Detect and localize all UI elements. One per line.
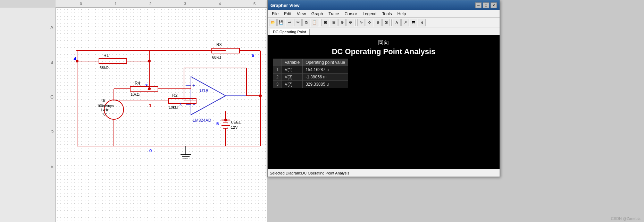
ruler-row-c: C (50, 94, 53, 100)
svg-text:12V: 12V (231, 125, 238, 129)
svg-text:10kΩ: 10kΩ (131, 92, 140, 96)
svg-point-77 (148, 87, 151, 90)
toolbar-separator-3 (391, 19, 392, 26)
watermark: CSDN @Zanebla (611, 216, 641, 221)
tb-undo[interactable]: ↩ (286, 19, 293, 26)
toolbar-separator-2 (356, 19, 356, 26)
window-title: Grapher View (270, 3, 300, 8)
ruler-col-0: 0 (80, 2, 82, 6)
svg-text:0: 0 (149, 148, 152, 153)
col-header-value: Operating point value (303, 59, 348, 66)
menu-view[interactable]: View (294, 11, 309, 17)
ruler-row-d: D (50, 129, 53, 134)
toolbar: 📂 💾 ↩ ✂ ⧉ 📋 ⊞ ⊟ ⊕ ⊖ ∿ ⊹ ⊕ ⊠ A ↗ ⬒ 🖨 (268, 18, 500, 27)
tab-bar: DC Operating Point (268, 27, 500, 35)
tb-print[interactable]: 🖨 (418, 19, 426, 26)
chart-title: DC Operating Point Analysis (268, 47, 500, 56)
window-titlebar: Grapher View ─ □ ✕ (268, 0, 500, 10)
ruler-top: 0 1 2 3 4 5 (56, 0, 267, 8)
row2-value: -1.38056 m (303, 74, 348, 81)
tb-open[interactable]: 📂 (269, 19, 277, 26)
svg-text:R2: R2 (172, 93, 178, 98)
row3-value: 329.33885 u (303, 81, 348, 88)
minimize-button[interactable]: ─ (475, 2, 482, 8)
ruler-col-4: 4 (219, 2, 221, 6)
svg-text:1: 1 (149, 103, 151, 108)
tb-copy[interactable]: ⧉ (302, 19, 310, 26)
tab-dc-operating-point[interactable]: DC Operating Point (269, 29, 310, 35)
menu-bar: File Edit View Graph Trace Cursor Legend… (268, 10, 500, 18)
tb-save[interactable]: 💾 (277, 19, 285, 26)
table-row: 1 V(1) 154.16287 u (273, 66, 348, 74)
tb-grid2[interactable]: ⊟ (330, 19, 337, 26)
tb-arrow[interactable]: ↗ (401, 19, 409, 26)
svg-rect-6 (99, 59, 127, 63)
table-row: 3 V(7) 329.33885 u (273, 81, 348, 88)
svg-text:−: − (192, 102, 195, 107)
ruler-col-2: 2 (149, 2, 151, 6)
svg-point-78 (259, 94, 262, 97)
tb-grid[interactable]: ⊞ (321, 19, 329, 26)
menu-graph[interactable]: Graph (309, 11, 326, 17)
chart-area: 同向 DC Operating Point Analysis Variable … (268, 35, 500, 169)
svg-text:6: 6 (252, 53, 254, 58)
ruler-row-e: E (50, 164, 53, 169)
svg-text:3: 3 (179, 103, 182, 107)
svg-text:U1A: U1A (200, 88, 209, 93)
maximize-button[interactable]: □ (483, 2, 489, 8)
svg-point-76 (148, 60, 151, 62)
svg-text:R1: R1 (103, 53, 109, 58)
tb-cursor[interactable]: ⊹ (366, 19, 373, 26)
svg-rect-21 (130, 86, 158, 91)
tb-cut[interactable]: ✂ (294, 19, 302, 26)
row2-index: 2 (273, 74, 282, 81)
svg-point-79 (224, 119, 227, 121)
row1-value: 154.16287 u (303, 66, 348, 74)
tb-zoom-out[interactable]: ⊖ (346, 19, 354, 26)
tb-zoom-fit[interactable]: ⊠ (382, 19, 390, 26)
schematic-canvas: 4 0 R1 68kΩ R3 68kΩ (56, 8, 267, 222)
menu-trace[interactable]: Trace (326, 11, 342, 17)
ruler-col-1: 1 (115, 2, 117, 6)
menu-cursor[interactable]: Cursor (342, 11, 360, 17)
tb-paste[interactable]: 📋 (311, 19, 318, 26)
svg-text:68kΩ: 68kΩ (100, 66, 109, 70)
menu-legend[interactable]: Legend (360, 11, 379, 17)
toolbar-separator-1 (320, 19, 320, 26)
tb-measure[interactable]: ∿ (357, 19, 365, 26)
menu-edit[interactable]: Edit (281, 11, 294, 17)
chart-chinese-header: 同向 (268, 39, 500, 46)
svg-marker-43 (191, 77, 226, 115)
col-header-index (273, 59, 282, 66)
ruler-col-5: 5 (253, 2, 256, 6)
row1-variable: V(1) (282, 66, 303, 74)
svg-text:68kΩ: 68kΩ (212, 55, 221, 59)
svg-text:0°: 0° (103, 112, 107, 116)
col-header-variable: Variable (282, 59, 303, 66)
status-bar: Selected Diagram:DC Operating Point Anal… (268, 169, 500, 177)
menu-tools[interactable]: Tools (379, 11, 394, 17)
menu-file[interactable]: File (269, 11, 281, 17)
circuit-diagram: 4 0 R1 68kΩ R3 68kΩ (56, 8, 267, 222)
row3-variable: V(7) (282, 81, 303, 88)
svg-point-75 (76, 60, 78, 62)
status-text: Selected Diagram:DC Operating Point Anal… (270, 171, 349, 175)
ruler-col-3: 3 (184, 2, 186, 6)
row1-index: 1 (273, 66, 282, 74)
close-button[interactable]: ✕ (491, 2, 497, 8)
svg-text:10kΩ: 10kΩ (169, 105, 178, 109)
svg-text:UEE1: UEE1 (231, 120, 241, 124)
tb-export[interactable]: ⬒ (410, 19, 417, 26)
menu-help[interactable]: Help (395, 11, 409, 17)
svg-text:R4: R4 (135, 81, 140, 86)
ruler-row-a: A (50, 25, 53, 30)
svg-text:100mVrms: 100mVrms (97, 104, 114, 108)
schematic-area: 0 1 2 3 4 5 A B C D E 4 0 (0, 0, 267, 222)
svg-text:R3: R3 (216, 42, 222, 47)
tb-text[interactable]: A (393, 19, 401, 26)
svg-text:Ui: Ui (101, 99, 105, 103)
tb-zoom-in[interactable]: ⊕ (338, 19, 346, 26)
tb-marker[interactable]: ⊕ (374, 19, 382, 26)
table-row: 2 V(3) -1.38056 m (273, 74, 348, 81)
window-controls: ─ □ ✕ (475, 2, 497, 8)
